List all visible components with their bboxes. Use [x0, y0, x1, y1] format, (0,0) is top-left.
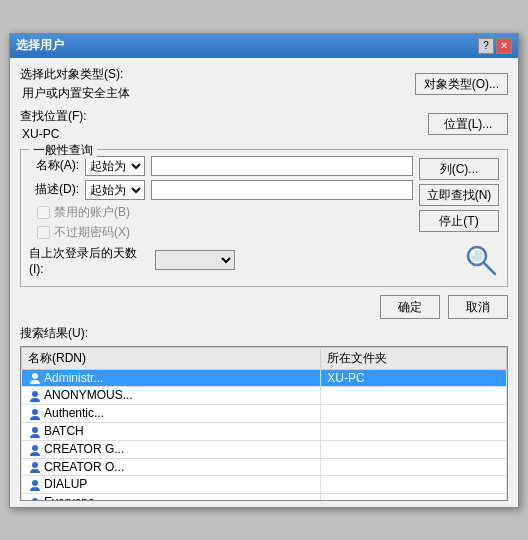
- name-query-row: 名称(A): 起始为: [29, 156, 413, 176]
- svg-point-6: [32, 391, 38, 397]
- last-login-label: 自上次登录后的天数(I):: [29, 245, 149, 276]
- desc-query-row: 描述(D): 起始为: [29, 180, 413, 200]
- results-container[interactable]: 名称(RDN) 所在文件夹 Administr...XU-PC ANONYMOU…: [20, 346, 508, 501]
- group-title: 一般性查询: [29, 142, 97, 159]
- result-name-cell: BATCH: [22, 422, 321, 440]
- result-folder-cell: [321, 405, 507, 423]
- help-button[interactable]: ?: [478, 38, 494, 54]
- list-button[interactable]: 列(C)...: [419, 158, 499, 180]
- ok-cancel-row: 确定 取消: [20, 295, 508, 319]
- group-inner: 名称(A): 起始为 描述(D): 起始为: [29, 156, 499, 278]
- table-row[interactable]: CREATOR O...: [22, 458, 507, 476]
- location-button[interactable]: 位置(L)...: [428, 113, 508, 135]
- table-row[interactable]: Authentic...: [22, 405, 507, 423]
- desc-condition-select[interactable]: 起始为: [85, 180, 145, 200]
- object-type-left: 选择此对象类型(S): 用户或内置安全主体: [20, 66, 415, 102]
- result-folder-cell: XU-PC: [321, 369, 507, 387]
- table-row[interactable]: ANONYMOUS...: [22, 387, 507, 405]
- table-row[interactable]: Everyone: [22, 494, 507, 501]
- no-expire-pwd-checkbox[interactable]: [37, 226, 50, 239]
- svg-point-8: [32, 409, 38, 415]
- desc-input[interactable]: [151, 180, 413, 200]
- svg-point-10: [32, 427, 38, 433]
- col-header-name: 名称(RDN): [22, 347, 321, 369]
- result-name-cell: Authentic...: [22, 405, 321, 423]
- ok-button[interactable]: 确定: [380, 295, 440, 319]
- result-name-cell: DIALUP: [22, 476, 321, 494]
- svg-point-18: [32, 498, 38, 500]
- title-bar: 选择用户 ? ✕: [10, 34, 518, 58]
- object-type-button[interactable]: 对象类型(O)...: [415, 73, 508, 95]
- location-row: 查找位置(F): XU-PC 位置(L)...: [20, 108, 508, 141]
- svg-point-4: [32, 373, 38, 379]
- general-query-group: 一般性查询 名称(A): 起始为 描述(D): 起: [20, 149, 508, 287]
- last-login-row: 自上次登录后的天数(I):: [29, 245, 413, 276]
- stop-button[interactable]: 停止(T): [419, 210, 499, 232]
- table-row[interactable]: CREATOR G...: [22, 440, 507, 458]
- result-folder-cell: [321, 422, 507, 440]
- name-input[interactable]: [151, 156, 413, 176]
- title-bar-buttons: ? ✕: [478, 38, 512, 54]
- dialog-title: 选择用户: [16, 37, 64, 54]
- result-folder-cell: [321, 476, 507, 494]
- name-label: 名称(A):: [29, 157, 79, 174]
- result-name-cell: CREATOR G...: [22, 440, 321, 458]
- desc-label: 描述(D):: [29, 181, 79, 198]
- table-row[interactable]: Administr...XU-PC: [22, 369, 507, 387]
- no-expire-pwd-row: 不过期密码(X): [37, 224, 413, 241]
- table-row[interactable]: BATCH: [22, 422, 507, 440]
- disabled-account-checkbox[interactable]: [37, 206, 50, 219]
- find-now-button[interactable]: 立即查找(N): [419, 184, 499, 206]
- result-folder-cell: [321, 458, 507, 476]
- svg-point-12: [32, 445, 38, 451]
- result-name-cell: ANONYMOUS...: [22, 387, 321, 405]
- search-icon: [463, 242, 499, 278]
- select-user-dialog: 选择用户 ? ✕ 选择此对象类型(S): 用户或内置安全主体 对象类型(O)..…: [9, 33, 519, 508]
- last-login-days-select[interactable]: [155, 250, 235, 270]
- results-table: 名称(RDN) 所在文件夹 Administr...XU-PC ANONYMOU…: [21, 347, 507, 501]
- search-icon-area: [419, 242, 499, 278]
- dialog-body: 选择此对象类型(S): 用户或内置安全主体 对象类型(O)... 查找位置(F)…: [10, 58, 518, 507]
- name-condition-select[interactable]: 起始为: [85, 156, 145, 176]
- svg-line-1: [484, 263, 495, 274]
- no-expire-pwd-label: 不过期密码(X): [54, 224, 130, 241]
- col-header-folder: 所在文件夹: [321, 347, 507, 369]
- object-type-value: 用户或内置安全主体: [22, 85, 415, 102]
- svg-point-16: [32, 480, 38, 486]
- object-type-row: 选择此对象类型(S): 用户或内置安全主体 对象类型(O)...: [20, 66, 508, 102]
- disabled-account-row: 禁用的账户(B): [37, 204, 413, 221]
- location-left: 查找位置(F): XU-PC: [20, 108, 428, 141]
- result-name-cell: Administr...: [22, 369, 321, 387]
- result-folder-cell: [321, 494, 507, 501]
- svg-point-14: [32, 462, 38, 468]
- close-button[interactable]: ✕: [496, 38, 512, 54]
- results-label: 搜索结果(U):: [20, 325, 508, 342]
- location-value: XU-PC: [22, 127, 428, 141]
- result-name-cell: Everyone: [22, 494, 321, 501]
- disabled-account-label: 禁用的账户(B): [54, 204, 130, 221]
- group-side-buttons: 列(C)... 立即查找(N) 停止(T): [419, 156, 499, 278]
- cancel-button[interactable]: 取消: [448, 295, 508, 319]
- object-type-label: 选择此对象类型(S):: [20, 66, 415, 83]
- result-name-cell: CREATOR O...: [22, 458, 321, 476]
- result-folder-cell: [321, 387, 507, 405]
- group-fields: 名称(A): 起始为 描述(D): 起始为: [29, 156, 413, 278]
- result-folder-cell: [321, 440, 507, 458]
- location-label: 查找位置(F):: [20, 108, 428, 125]
- table-row[interactable]: DIALUP: [22, 476, 507, 494]
